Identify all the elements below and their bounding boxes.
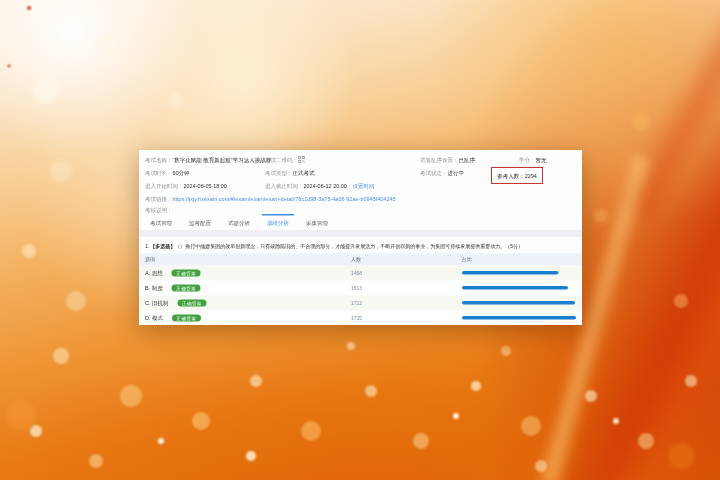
shuffle-setting-field: 试卷乱序设置：已乱序 — [420, 156, 475, 163]
tab-exam-management[interactable]: 考试管理 — [145, 214, 177, 230]
note-field: 考核说明： — [145, 206, 173, 213]
question-type-tag: 【多选题】 — [150, 243, 175, 249]
exam-qrcode-field: 考试二维码： — [265, 156, 305, 165]
options-table-header: 选项 人数 占比 — [139, 254, 582, 266]
participants-highlight-box: 参考人数：2294 — [491, 167, 543, 184]
exam-type-field: 考试类型：正式考试 — [265, 169, 315, 176]
exam-link-url[interactable]: https://jxjy.hxexam.com/#/exam/exam/exam… — [173, 196, 396, 202]
correct-answer-badge: 正确答案 — [172, 270, 201, 277]
ratio-bar — [462, 271, 558, 275]
exam-status-field: 考试状态：进行中 — [420, 169, 464, 176]
question-analysis-card: 1.【多选题】（）推行中能建集团的改革创新理念，只有破除陈旧的、不合理的部分，才… — [139, 237, 582, 325]
shuffle-value: 已乱序 — [459, 157, 476, 163]
exam-name-value: “数字化赋能 教育新起航”学习达人挑战赛 — [173, 157, 272, 163]
option-label: D. 模式 — [145, 314, 163, 322]
option-count: 1735 — [351, 315, 462, 321]
end-time-field: 进入截止时间：2024-06-12 20:00 设置时间 — [265, 182, 374, 189]
ratio-bar-track — [462, 301, 576, 305]
correct-answer-badge: 正确答案 — [172, 315, 201, 322]
exam-link-label: 考试链接： — [145, 196, 173, 202]
header-count: 人数 — [351, 256, 462, 263]
credit-value: 暂无 — [536, 157, 547, 163]
duration-label: 考试时长： — [145, 170, 173, 176]
credit-field: 学分：暂无 — [519, 156, 547, 163]
qr-code-icon[interactable] — [298, 156, 305, 165]
table-row: D. 模式正确答案 1735 — [139, 311, 582, 326]
tab-score-analysis[interactable]: 成绩分析 — [262, 214, 294, 230]
tab-data-management[interactable]: 采集管理 — [301, 214, 333, 230]
option-count: 1468 — [351, 270, 462, 276]
option-label: B. 制度 — [145, 284, 163, 292]
end-time-value: 2024-06-12 20:00 — [304, 183, 347, 189]
option-count: 1613 — [351, 285, 462, 291]
status-value: 进行中 — [448, 170, 465, 176]
start-time-field: 进入开始时间：2024-06-05 18:00 — [145, 182, 227, 189]
duration-value: 60分钟 — [173, 170, 190, 176]
table-row: C. 旧机制正确答案 1722 — [139, 296, 582, 311]
correct-answer-badge: 正确答案 — [172, 285, 201, 292]
end-time-label: 进入截止时间： — [265, 183, 304, 189]
header-option: 选项 — [139, 256, 351, 263]
tab-question-analysis[interactable]: 试题分析 — [223, 214, 255, 230]
note-label: 考核说明： — [145, 207, 173, 213]
credit-label: 学分： — [519, 157, 536, 163]
desktop-background: 考试名称：“数字化赋能 教育新起航”学习达人挑战赛 考试二维码： 试卷乱序设置：… — [0, 0, 720, 480]
set-time-link[interactable]: 设置时间 — [352, 183, 374, 189]
ratio-bar — [462, 301, 575, 305]
shuffle-label: 试卷乱序设置： — [420, 157, 459, 163]
question-text: （）推行中能建集团的改革创新理念，只有破除陈旧的、不合理的部分，才能提升发展活力… — [175, 243, 505, 249]
option-label: A. 思想 — [145, 269, 163, 277]
tab-proctor-config[interactable]: 监考配置 — [184, 214, 216, 230]
background-red-streak-2 — [611, 0, 720, 235]
header-ratio: 占比 — [462, 256, 576, 263]
option-label: C. 旧机制 — [145, 299, 169, 307]
participants-value: 2294 — [525, 173, 537, 179]
options-table: 选项 人数 占比 A. 思想正确答案 1468 B. 制度正确答案 1613 C… — [139, 254, 582, 326]
table-row: A. 思想正确答案 1468 — [139, 266, 582, 281]
correct-answer-badge: 正确答案 — [178, 300, 207, 307]
option-count: 1722 — [351, 300, 462, 306]
start-time-label: 进入开始时间： — [145, 183, 184, 189]
type-value: 正式考试 — [293, 170, 315, 176]
exam-name-label: 考试名称： — [145, 157, 173, 163]
question-score: （5分） — [505, 243, 523, 249]
exam-admin-panel: 考试名称：“数字化赋能 教育新起航”学习达人挑战赛 考试二维码： 试卷乱序设置：… — [139, 150, 582, 325]
exam-link-field: 考试链接：https://jxjy.hxexam.com/#/exam/exam… — [145, 195, 396, 202]
table-row: B. 制度正确答案 1613 — [139, 281, 582, 296]
question-number: 1. — [145, 243, 149, 249]
participants-label: 参考人数： — [497, 172, 525, 180]
exam-duration-field: 考试时长：60分钟 — [145, 169, 190, 176]
ratio-bar-track — [462, 271, 576, 275]
type-label: 考试类型： — [265, 170, 293, 176]
ratio-bar — [462, 316, 576, 320]
ratio-bar-track — [462, 286, 576, 290]
exam-name-field: 考试名称：“数字化赋能 教育新起航”学习达人挑战赛 — [145, 156, 271, 163]
status-label: 考试状态： — [420, 170, 448, 176]
start-time-value: 2024-06-05 18:00 — [184, 183, 227, 189]
exam-info-card: 考试名称：“数字化赋能 教育新起航”学习达人挑战赛 考试二维码： 试卷乱序设置：… — [139, 150, 582, 230]
ratio-bar-track — [462, 316, 576, 320]
exam-qrcode-label: 考试二维码： — [265, 157, 298, 163]
ratio-bar — [462, 286, 568, 290]
question-line: 1.【多选题】（）推行中能建集团的改革创新理念，只有破除陈旧的、不合理的部分，才… — [139, 237, 582, 252]
background-bokeh-sparkles — [0, 0, 2, 2]
background-bokeh-glows — [0, 0, 2, 2]
tab-bar: 考试管理 监考配置 试题分析 成绩分析 采集管理 — [145, 214, 340, 230]
